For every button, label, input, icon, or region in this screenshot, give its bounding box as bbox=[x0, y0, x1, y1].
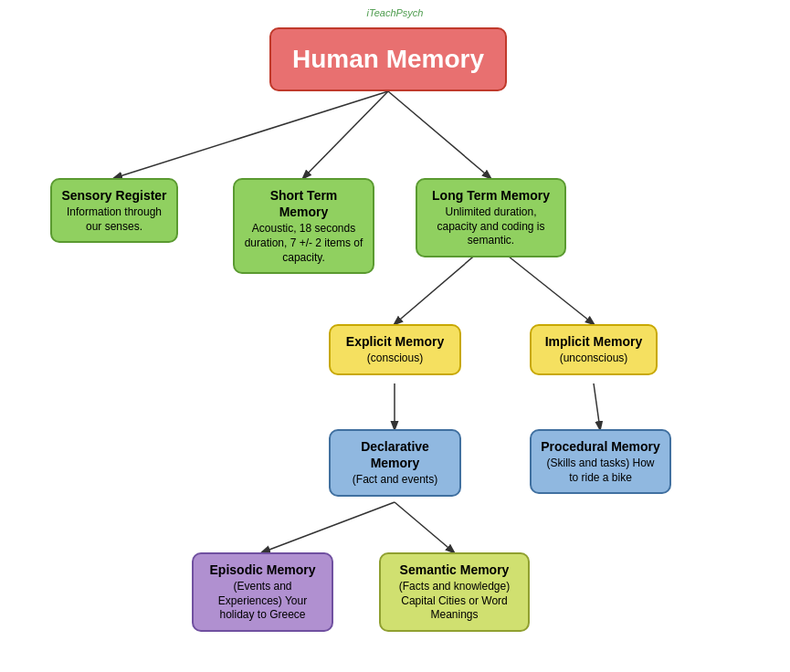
declarative-desc: (Fact and events) bbox=[340, 473, 450, 488]
declarative-node: Declarative Memory (Fact and events) bbox=[329, 429, 461, 497]
declarative-title: Declarative Memory bbox=[340, 438, 450, 471]
semantic-node: Semantic Memory (Facts and knowledge) Ca… bbox=[379, 552, 530, 632]
longterm-title: Long Term Memory bbox=[427, 187, 555, 204]
implicit-node: Implicit Memory (unconscious) bbox=[530, 324, 658, 375]
procedural-desc: (Skills and tasks) How to ride a bike bbox=[541, 457, 660, 485]
procedural-title: Procedural Memory bbox=[541, 438, 660, 455]
sensory-desc: Information through our senses. bbox=[61, 205, 167, 234]
episodic-title: Episodic Memory bbox=[203, 562, 322, 578]
svg-line-8 bbox=[395, 502, 454, 552]
root-title: Human Memory bbox=[292, 45, 484, 74]
longterm-desc: Unlimited duration, capacity and coding … bbox=[427, 205, 555, 248]
implicit-desc: (unconscious) bbox=[541, 352, 647, 366]
shortterm-desc: Acoustic, 18 seconds duration, 7 +/- 2 i… bbox=[244, 222, 363, 265]
svg-line-2 bbox=[388, 91, 490, 178]
explicit-node: Explicit Memory (conscious) bbox=[329, 324, 461, 375]
procedural-node: Procedural Memory (Skills and tasks) How… bbox=[530, 429, 671, 494]
episodic-node: Episodic Memory (Events and Experiences)… bbox=[192, 552, 333, 632]
watermark: iTeachPsych bbox=[367, 7, 424, 18]
svg-line-0 bbox=[114, 91, 388, 178]
svg-line-7 bbox=[262, 502, 395, 552]
svg-line-1 bbox=[303, 91, 388, 178]
explicit-desc: (conscious) bbox=[340, 352, 450, 366]
root-node: Human Memory bbox=[269, 27, 507, 91]
implicit-title: Implicit Memory bbox=[541, 333, 647, 350]
shortterm-node: Short Term Memory Acoustic, 18 seconds d… bbox=[233, 178, 374, 274]
episodic-desc: (Events and Experiences) Your holiday to… bbox=[203, 580, 322, 623]
sensory-node: Sensory Register Information through our… bbox=[50, 178, 178, 243]
explicit-title: Explicit Memory bbox=[340, 333, 450, 350]
semantic-desc: (Facts and knowledge) Capital Cities or … bbox=[390, 580, 519, 623]
sensory-title: Sensory Register bbox=[61, 187, 167, 204]
shortterm-title: Short Term Memory bbox=[244, 187, 363, 220]
svg-line-6 bbox=[594, 383, 600, 429]
diagram: iTeachPsych Human Memory Sensory Registe… bbox=[0, 0, 790, 672]
semantic-title: Semantic Memory bbox=[390, 562, 519, 578]
longterm-node: Long Term Memory Unlimited duration, cap… bbox=[416, 178, 566, 257]
